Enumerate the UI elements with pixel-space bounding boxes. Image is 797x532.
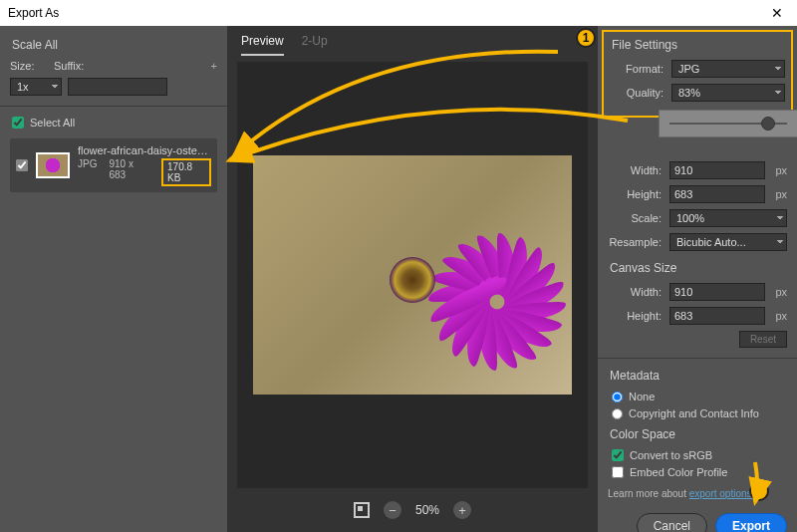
select-all-label: Select All: [30, 117, 75, 129]
asset-thumbnail: [36, 152, 70, 178]
colorspace-heading: Color Space: [610, 427, 787, 441]
scale-all-heading: Scale All: [12, 38, 217, 52]
canvas-width-input[interactable]: [669, 283, 765, 301]
close-icon[interactable]: ✕: [765, 5, 789, 21]
canvas-height-input[interactable]: [669, 307, 765, 325]
asset-dims: 910 x 683: [109, 158, 149, 186]
height-input[interactable]: [669, 185, 765, 203]
quality-select[interactable]: 83%: [671, 84, 785, 102]
metadata-none-radio[interactable]: [612, 392, 623, 402]
asset-row[interactable]: flower-african-daisy-osteosper... JPG 91…: [10, 138, 217, 192]
export-options-link[interactable]: export options.: [689, 488, 755, 499]
annotation-badge-1: 1: [576, 28, 596, 48]
format-label: Format:: [610, 63, 671, 75]
preview-area[interactable]: [237, 62, 588, 488]
format-select[interactable]: JPG: [671, 60, 785, 78]
preview-image: [253, 155, 572, 395]
width-input[interactable]: [669, 161, 765, 179]
size-select[interactable]: 1x: [10, 78, 62, 96]
annotation-badge-2: 2: [749, 481, 769, 501]
file-settings-highlight: 1 File Settings Format: JPG Quality: 83%: [602, 30, 793, 118]
metadata-cci-label: Copyright and Contact Info: [629, 407, 759, 419]
file-settings-heading: File Settings: [612, 38, 785, 52]
width-label: Width:: [608, 164, 669, 176]
quality-slider-popup[interactable]: [659, 110, 797, 137]
left-panel: Scale All Size: Suffix: + 1x Select All …: [0, 26, 227, 532]
tab-preview[interactable]: Preview: [241, 34, 284, 56]
zoom-out-icon[interactable]: −: [384, 501, 401, 519]
reset-button[interactable]: Reset: [739, 331, 787, 348]
asset-format: JPG: [78, 158, 97, 186]
quality-label: Quality:: [610, 87, 671, 99]
slider-thumb[interactable]: [761, 117, 775, 131]
asset-info: flower-african-daisy-osteosper... JPG 91…: [78, 144, 211, 186]
metadata-cci-radio[interactable]: [612, 408, 623, 419]
metadata-heading: Metadata: [610, 369, 787, 383]
add-scale-icon[interactable]: +: [211, 60, 217, 72]
scale-select[interactable]: 100%: [669, 209, 787, 227]
cancel-button[interactable]: Cancel: [637, 513, 707, 532]
height-label: Height:: [608, 188, 669, 200]
resample-select[interactable]: Bicubic Auto...: [669, 233, 787, 251]
size-label: Size:: [10, 60, 48, 72]
zoom-level: 50%: [415, 503, 439, 517]
embed-checkbox[interactable]: [612, 466, 624, 478]
scale-label: Scale:: [608, 212, 669, 224]
select-all-checkbox[interactable]: [12, 117, 24, 129]
srgb-checkbox[interactable]: [612, 449, 624, 461]
metadata-none-label: None: [629, 391, 655, 402]
preview-panel: Preview 2-Up − 50% +: [227, 26, 598, 532]
asset-filesize: 170.8 KB: [161, 158, 211, 186]
right-panel: 1 File Settings Format: JPG Quality: 83%…: [598, 26, 797, 532]
export-button[interactable]: Export: [715, 513, 787, 532]
titlebar: Export As ✕: [0, 0, 797, 26]
px-unit: px: [765, 164, 787, 176]
asset-name: flower-african-daisy-osteosper...: [78, 144, 211, 156]
window-title: Export As: [8, 6, 59, 20]
suffix-label: Suffix:: [54, 60, 104, 72]
resample-label: Resample:: [608, 236, 669, 248]
asset-checkbox[interactable]: [16, 159, 28, 171]
embed-label: Embed Color Profile: [630, 466, 727, 478]
canvas-size-heading: Canvas Size: [610, 261, 787, 275]
suffix-input[interactable]: [68, 78, 167, 96]
srgb-label: Convert to sRGB: [630, 449, 712, 461]
tab-2up[interactable]: 2-Up: [302, 34, 328, 56]
zoom-in-icon[interactable]: +: [453, 501, 471, 519]
fit-screen-icon[interactable]: [354, 502, 370, 518]
